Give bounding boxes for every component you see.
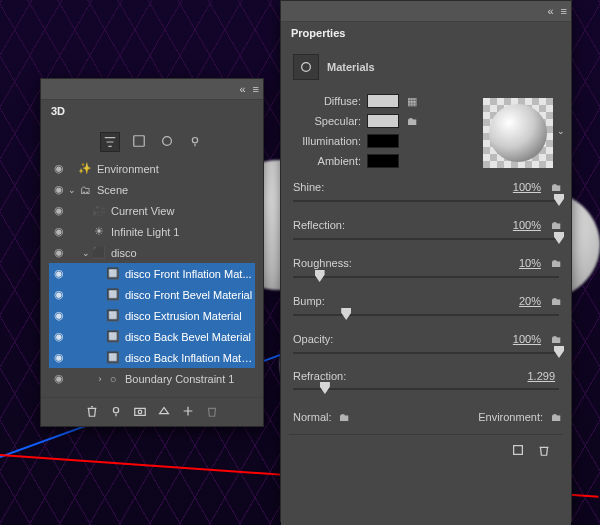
slider-texture-icon[interactable]: 🖿 [549, 256, 563, 270]
slider-track[interactable] [293, 382, 559, 396]
camera-icon[interactable] [133, 404, 147, 420]
env-picker-icon[interactable]: 🖿 [549, 410, 563, 424]
preview-dropdown-icon[interactable]: ⌄ [557, 126, 565, 136]
item-type-icon: ⬛ [91, 246, 107, 259]
item-type-icon: 🔲 [105, 351, 121, 364]
tree-item[interactable]: ◉✨Environment [49, 158, 255, 179]
visibility-icon[interactable]: ◉ [51, 246, 67, 259]
slider-texture-icon[interactable]: 🖿 [549, 180, 563, 194]
light-icon[interactable] [186, 132, 204, 150]
slider-row: Bump:20%🖿 [289, 294, 563, 308]
slider-value[interactable]: 20% [493, 295, 549, 307]
materials-mode-icon[interactable] [293, 54, 319, 80]
slider-thumb[interactable] [554, 346, 564, 358]
filter-icon[interactable] [100, 132, 120, 152]
panel-properties: « ≡ Properties Materials ⌄ Diffuse:▦Spec… [280, 0, 572, 522]
expand-arrow-icon[interactable]: › [95, 374, 105, 384]
visibility-icon[interactable]: ◉ [51, 372, 67, 385]
light-add-icon[interactable] [109, 404, 123, 420]
visibility-icon[interactable]: ◉ [51, 330, 67, 343]
tree-item[interactable]: ◉🎥Current View [49, 200, 255, 221]
tree-item[interactable]: ◉🔲disco Extrusion Material [49, 305, 255, 326]
folder-icon[interactable]: 🖿 [405, 114, 419, 128]
materials-subtitle: Materials [327, 61, 375, 73]
item-type-icon: 🔲 [105, 309, 121, 322]
mask-icon[interactable] [158, 132, 176, 150]
delete-icon[interactable] [205, 404, 219, 420]
slider-track[interactable] [293, 194, 559, 208]
visibility-icon[interactable]: ◉ [51, 267, 67, 280]
slider-label: Opacity: [289, 333, 365, 345]
slider-value[interactable]: 100% [493, 181, 549, 193]
visibility-icon[interactable]: ◉ [51, 288, 67, 301]
slider-label: Refraction: [289, 370, 365, 382]
visibility-icon[interactable]: ◉ [51, 309, 67, 322]
visibility-icon[interactable]: ◉ [51, 204, 67, 217]
tree-item[interactable]: ◉⌄🗂Scene [49, 179, 255, 200]
slider-value[interactable]: 1.299 [507, 370, 563, 382]
render-icon[interactable] [511, 443, 525, 459]
expand-arrow-icon[interactable]: ⌄ [67, 185, 77, 195]
channel-label: Ambient: [289, 155, 367, 167]
slider-value[interactable]: 10% [493, 257, 549, 269]
slider-row: Opacity:100%🖿 [289, 332, 563, 346]
collapse-icon[interactable]: « [237, 83, 249, 95]
channel-label: Illumination: [289, 135, 367, 147]
slider-thumb[interactable] [315, 270, 325, 282]
color-swatch[interactable] [367, 114, 399, 128]
tab-3d-label: 3D [51, 105, 65, 117]
material-preview[interactable] [483, 98, 553, 168]
3d-toolbar [49, 126, 255, 158]
panel-menu-icon[interactable]: ≡ [561, 5, 567, 17]
item-type-icon: 🗂 [77, 184, 93, 196]
panel-menu-icon[interactable]: ≡ [253, 83, 259, 95]
tab-properties[interactable]: Properties [281, 22, 571, 44]
panel-3d-head[interactable]: « ≡ [41, 79, 263, 100]
tree-item[interactable]: ◉⌄⬛disco [49, 242, 255, 263]
trash-icon[interactable] [85, 404, 99, 420]
svg-point-5 [138, 410, 142, 414]
tree-item[interactable]: ◉☀Infinite Light 1 [49, 221, 255, 242]
slider-value[interactable]: 100% [493, 333, 549, 345]
normal-picker-icon[interactable]: 🖿 [338, 410, 352, 424]
tab-3d[interactable]: 3D [41, 100, 263, 122]
slider-track[interactable] [293, 232, 559, 246]
expand-arrow-icon[interactable]: ⌄ [81, 248, 91, 258]
slider-thumb[interactable] [341, 308, 351, 320]
slider-track[interactable] [293, 308, 559, 322]
slider-texture-icon[interactable]: 🖿 [549, 332, 563, 346]
add-icon[interactable] [181, 404, 195, 420]
tree-item[interactable]: ◉🔲disco Back Inflation Mate... [49, 347, 255, 368]
tree-item[interactable]: ◉🔲disco Back Bevel Material [49, 326, 255, 347]
list-icon[interactable] [130, 132, 148, 150]
3d-bottom-bar [41, 397, 263, 426]
slider-row: Roughness:10%🖿 [289, 256, 563, 270]
delete-material-icon[interactable] [537, 443, 551, 459]
slider-track[interactable] [293, 346, 559, 360]
visibility-icon[interactable]: ◉ [51, 225, 67, 238]
item-type-icon: ○ [105, 373, 121, 385]
item-label: disco Back Bevel Material [125, 331, 253, 343]
slider-thumb[interactable] [554, 194, 564, 206]
slider-row: Shine:100%🖿 [289, 180, 563, 194]
tree-item[interactable]: ◉🔲disco Front Inflation Mat... [49, 263, 255, 284]
panel-props-head[interactable]: « ≡ [281, 1, 571, 22]
tree-item[interactable]: ◉›○Boundary Constraint 1 [49, 368, 255, 389]
tree-item[interactable]: ◉🔲disco Front Bevel Material [49, 284, 255, 305]
slider-track[interactable] [293, 270, 559, 284]
color-swatch[interactable] [367, 94, 399, 108]
visibility-icon[interactable]: ◉ [51, 162, 67, 175]
slider-texture-icon[interactable]: 🖿 [549, 294, 563, 308]
color-swatch[interactable] [367, 154, 399, 168]
collapse-icon[interactable]: « [545, 5, 557, 17]
color-swatch[interactable] [367, 134, 399, 148]
slider-thumb[interactable] [554, 232, 564, 244]
slider-value[interactable]: 100% [493, 219, 549, 231]
slider-texture-icon[interactable]: 🖿 [549, 218, 563, 232]
visibility-icon[interactable]: ◉ [51, 351, 67, 364]
visibility-icon[interactable]: ◉ [51, 183, 67, 196]
texture-picker-icon[interactable]: ▦ [405, 94, 419, 108]
slider-thumb[interactable] [320, 382, 330, 394]
plane-icon[interactable] [157, 404, 171, 420]
item-label: Boundary Constraint 1 [125, 373, 253, 385]
